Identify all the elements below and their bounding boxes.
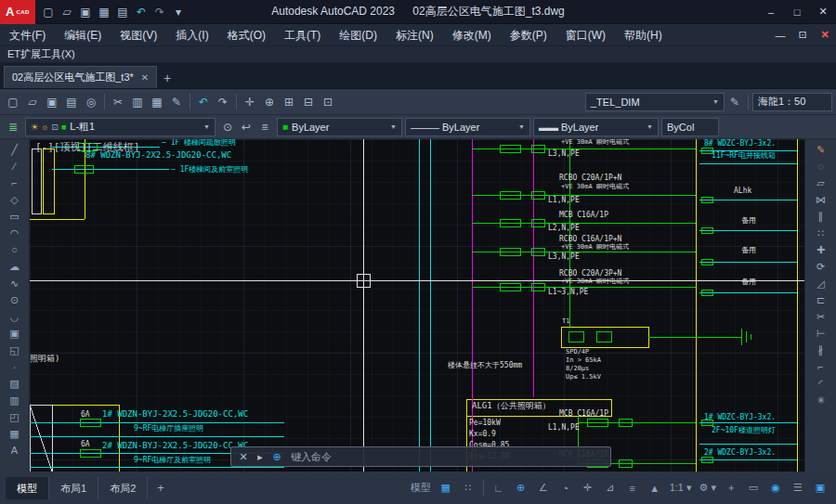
break-icon[interactable]: ∦ <box>810 342 832 358</box>
offset-icon[interactable]: ∥ <box>810 208 832 225</box>
polar-tracking-icon[interactable]: ◔ <box>555 478 576 498</box>
layer-properties-icon[interactable]: ≣ <box>4 118 22 136</box>
customize-status-icon[interactable]: ☰ <box>788 478 808 498</box>
new-layout-button[interactable]: + <box>148 481 174 495</box>
zoom-window-icon[interactable]: ⊞ <box>280 93 298 111</box>
save-as-icon[interactable]: ▦ <box>95 3 113 21</box>
scale-combo[interactable]: 1:1 ▾ <box>667 478 695 498</box>
open-file-icon[interactable]: ▱ <box>58 3 76 21</box>
menu-item-12[interactable]: 帮助(H) <box>615 24 672 46</box>
plot-style-combo[interactable]: ByCol <box>661 118 719 136</box>
dim-style-combo[interactable]: _TEL_DIM ▼ <box>585 93 725 111</box>
drawing-canvas[interactable]: [-][顶视][二维线框]— 1F 楼梯间疏散照明8# WDZN-BYJ-2X2… <box>30 139 804 472</box>
insert-block-icon[interactable]: ▣ <box>4 325 26 342</box>
named-views-icon[interactable]: ⊡ <box>319 93 337 111</box>
revision-cloud-icon[interactable]: ☁ <box>4 258 26 275</box>
ellipse-icon[interactable]: ⊙ <box>4 291 26 308</box>
region-icon[interactable]: ◰ <box>4 408 26 425</box>
text-style-combo[interactable]: 海龍1：50 <box>752 93 832 111</box>
plot-icon[interactable]: ▤ <box>62 93 81 111</box>
chat-icon[interactable]: ◉ <box>765 478 786 498</box>
menu-item-9[interactable]: 修改(M) <box>443 24 501 46</box>
redo-icon[interactable]: ↷ <box>150 3 169 21</box>
rectangle-icon[interactable]: ▭ <box>4 208 26 225</box>
layer-states-icon[interactable]: ≡ <box>255 118 274 136</box>
copy-clip-icon[interactable]: ▥ <box>128 93 147 111</box>
arc-icon[interactable]: ◠ <box>4 225 26 241</box>
new-file-icon[interactable]: ▢ <box>4 93 22 111</box>
ellipse-arc-icon[interactable]: ◡ <box>4 308 26 325</box>
menu-item-et-tools[interactable]: ET扩展工具(X) <box>0 47 83 61</box>
move-icon[interactable]: ✚ <box>810 241 832 258</box>
mtext-icon[interactable]: A <box>4 442 26 459</box>
layout-tab-2[interactable]: 布局1 <box>49 477 98 499</box>
model-space-toggle[interactable]: 模型 <box>408 478 434 498</box>
infer-constraints-icon[interactable]: ∟ <box>489 478 509 498</box>
menu-item-7[interactable]: 绘图(D) <box>330 24 386 46</box>
trim-icon[interactable]: ✂ <box>810 308 832 325</box>
scale-icon[interactable]: ◿ <box>810 275 832 291</box>
array-icon[interactable]: ∷ <box>810 225 832 241</box>
maximize-button[interactable]: □ <box>784 1 810 23</box>
chamfer-icon[interactable]: ⌐ <box>810 358 832 375</box>
annotation-settings-icon[interactable]: ⚙ ▾ <box>697 478 719 498</box>
autocad-logo[interactable]: A CAD <box>0 0 35 24</box>
make-object-layer-current-icon[interactable]: ⊙ <box>218 118 237 136</box>
polygon-icon[interactable]: ◇ <box>4 191 26 208</box>
new-file-icon[interactable]: ▢ <box>39 3 58 21</box>
point-icon[interactable]: ∙ <box>4 358 26 375</box>
dim-update-icon[interactable]: ✎ <box>725 93 744 111</box>
doc-minimize-button[interactable]: — <box>769 26 791 45</box>
mirror-icon[interactable]: ⋈ <box>810 191 832 208</box>
doc-close-button[interactable]: ✕ <box>814 26 836 45</box>
file-tab-active[interactable]: 02高层公区电气施工图_t3* ✕ <box>4 66 157 88</box>
gradient-icon[interactable]: ▥ <box>4 392 26 408</box>
erase-icon[interactable]: ◌ <box>810 158 832 174</box>
doc-restore-button[interactable]: ⊡ <box>791 26 814 45</box>
linetype-combo[interactable]: ——— ByLayer ▼ <box>405 118 530 136</box>
tab-close-icon[interactable]: ✕ <box>141 72 149 83</box>
menu-item-4[interactable]: 插入(I) <box>166 24 217 46</box>
menu-item-6[interactable]: 工具(T) <box>275 24 330 46</box>
redo-icon[interactable]: ↷ <box>214 93 232 111</box>
menu-item-2[interactable]: 编辑(E) <box>55 24 111 46</box>
cut-icon[interactable]: ✂ <box>109 93 127 111</box>
workspace-switching-icon[interactable]: ＋ <box>721 478 741 498</box>
fillet-icon[interactable]: ◜ <box>810 375 832 392</box>
undo-icon[interactable]: ↶ <box>194 93 213 111</box>
explode-icon[interactable]: ✳ <box>810 392 832 408</box>
color-combo[interactable]: ■ ByLayer ▼ <box>277 118 402 136</box>
polyline-icon[interactable]: ⌐ <box>4 174 26 191</box>
undo-icon[interactable]: ↶ <box>132 3 150 21</box>
layout-tab-1[interactable]: 模型 <box>6 477 49 499</box>
open-file-icon[interactable]: ▱ <box>23 93 42 111</box>
circle-icon[interactable]: ○ <box>4 241 26 258</box>
construction-line-icon[interactable]: ∕ <box>4 158 26 174</box>
object-snap-tracking-icon[interactable]: ✛ <box>578 478 598 498</box>
recent-commands-icon[interactable]: ▸ <box>254 449 267 464</box>
hatch-icon[interactable]: ▨ <box>4 375 26 392</box>
close-button[interactable]: ✕ <box>810 1 836 23</box>
pan-icon[interactable]: ✛ <box>241 93 259 111</box>
layer-combo[interactable]: ☀☼⊡■ L-粗1 ▼ <box>25 118 216 136</box>
menu-item-3[interactable]: 视图(V) <box>111 24 166 46</box>
stretch-icon[interactable]: ⊏ <box>810 291 832 308</box>
save-icon[interactable]: ▣ <box>76 3 95 21</box>
copy-icon[interactable]: ▱ <box>810 174 832 191</box>
lineweight-display-icon[interactable]: ≡ <box>622 478 643 498</box>
clean-screen-icon[interactable]: ▭ <box>743 478 764 498</box>
plot-icon[interactable]: ▤ <box>113 3 132 21</box>
minimize-button[interactable]: – <box>758 1 784 23</box>
extend-icon[interactable]: ⊢ <box>810 325 832 342</box>
line-icon[interactable]: ╱ <box>4 141 26 158</box>
new-tab-button[interactable]: + <box>157 68 177 88</box>
save-icon[interactable]: ▣ <box>43 93 61 111</box>
dynamic-input-icon[interactable]: ⊕ <box>511 478 531 498</box>
layout-tab-3[interactable]: 布局2 <box>98 477 148 499</box>
customize-command-icon[interactable]: ⊕ <box>270 449 283 464</box>
grid-display-icon[interactable]: ▦ <box>436 478 456 498</box>
layer-previous-icon[interactable]: ↩ <box>237 118 255 136</box>
paste-icon[interactable]: ▦ <box>148 93 166 111</box>
snap-mode-icon[interactable]: ∷ <box>458 478 478 498</box>
zoom-realtime-icon[interactable]: ⊕ <box>260 93 279 111</box>
